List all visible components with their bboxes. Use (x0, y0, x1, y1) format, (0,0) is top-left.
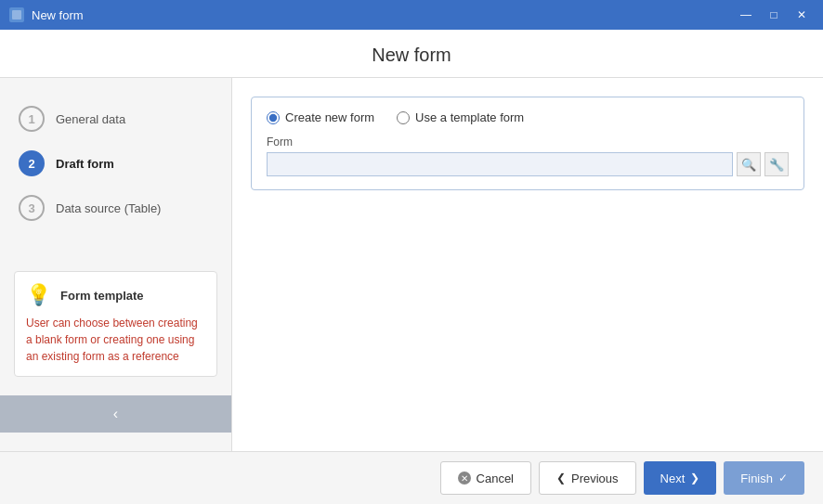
window: New form 1 General data 2 Draft form (0, 30, 823, 504)
hint-header: 💡 Form template (26, 283, 205, 307)
svg-rect-0 (12, 10, 21, 19)
step-label-1: General data (56, 112, 125, 126)
finish-label: Finish (740, 472, 773, 485)
step-list: 1 General data 2 Draft form 3 Data sourc… (0, 97, 231, 262)
search-button[interactable]: 🔍 (737, 152, 761, 176)
form-field-row: Form 🔍 🔧 (267, 136, 789, 176)
collapse-chevron-icon: ‹ (113, 406, 118, 422)
right-chevron-icon: ❯ (690, 472, 699, 485)
previous-label: Previous (571, 472, 619, 485)
step-circle-1: 1 (19, 106, 45, 132)
wrench-icon: 🔧 (769, 158, 784, 172)
search-icon: 🔍 (741, 158, 756, 172)
title-bar-controls: — □ ✕ (734, 6, 814, 24)
left-chevron-icon: ❮ (556, 472, 566, 485)
cancel-label: Cancel (477, 472, 514, 485)
step-item-2[interactable]: 2 Draft form (0, 141, 231, 186)
step-label-2: Draft form (56, 157, 114, 171)
footer: ✕ Cancel ❮ Previous Next ❯ Finish ✓ (0, 451, 823, 504)
next-label: Next (660, 472, 686, 485)
step-circle-2: 2 (19, 150, 45, 176)
use-template-form-option[interactable]: Use a template form (397, 110, 524, 124)
create-new-form-label: Create new form (285, 110, 374, 124)
step-item-1[interactable]: 1 General data (0, 97, 231, 141)
step-item-3[interactable]: 3 Data source (Table) (0, 186, 231, 230)
content-area: 1 General data 2 Draft form 3 Data sourc… (0, 78, 823, 451)
settings-button[interactable]: 🔧 (764, 152, 789, 176)
use-template-radio[interactable] (397, 111, 410, 124)
cancel-x-icon: ✕ (458, 472, 471, 485)
use-template-label: Use a template form (415, 110, 524, 124)
window-header: New form (0, 30, 823, 78)
step-label-3: Data source (Table) (56, 201, 161, 215)
close-button[interactable]: ✕ (790, 6, 814, 24)
create-new-form-option[interactable]: Create new form (267, 110, 374, 124)
cancel-button[interactable]: ✕ Cancel (440, 461, 531, 495)
form-field-label: Form (267, 136, 789, 149)
hint-text: User can choose between creating a blank… (26, 315, 205, 365)
radio-row: Create new form Use a template form (267, 110, 789, 124)
form-input[interactable] (267, 152, 733, 176)
form-options-group: Create new form Use a template form Form… (251, 97, 804, 190)
finish-button[interactable]: Finish ✓ (724, 461, 804, 495)
sidebar-collapse-button[interactable]: ‹ (0, 395, 231, 433)
minimize-button[interactable]: — (734, 6, 758, 24)
create-new-form-radio[interactable] (267, 111, 280, 124)
hint-icon: 💡 (26, 283, 51, 307)
check-icon: ✓ (778, 472, 788, 485)
app-icon (9, 7, 24, 22)
hint-box: 💡 Form template User can choose between … (14, 271, 217, 377)
title-bar: New form — □ ✕ (0, 0, 823, 30)
step-circle-3: 3 (19, 195, 45, 221)
sidebar: 1 General data 2 Draft form 3 Data sourc… (0, 78, 232, 451)
main-panel: Create new form Use a template form Form… (232, 78, 823, 451)
title-bar-title: New form (32, 8, 734, 22)
next-button[interactable]: Next ❯ (644, 461, 717, 495)
previous-button[interactable]: ❮ Previous (539, 461, 636, 495)
hint-title: Form template (60, 289, 144, 303)
page-title: New form (0, 45, 823, 66)
maximize-button[interactable]: □ (762, 6, 786, 24)
form-input-row: 🔍 🔧 (267, 152, 789, 176)
